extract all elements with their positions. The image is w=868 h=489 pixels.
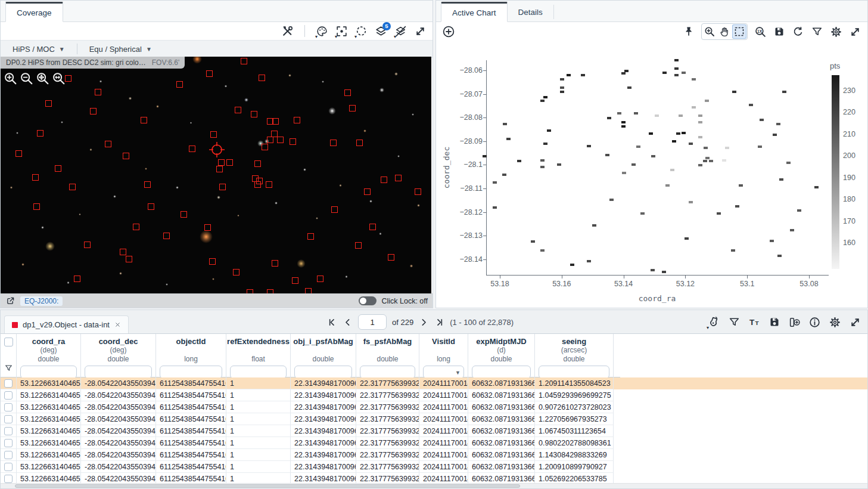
zoom-fill-icon[interactable] xyxy=(51,71,66,86)
recenter-icon[interactable]: ▾ xyxy=(335,25,348,38)
data-point[interactable] xyxy=(617,112,621,114)
save-table-icon[interactable] xyxy=(769,316,780,328)
table-row[interactable]: 53.12266314046538-28.0542204355039476112… xyxy=(1,437,867,449)
table-row[interactable]: 53.12266314046538-28.0542204355039476112… xyxy=(1,377,867,389)
table-row[interactable]: 53.12266314046538-28.0542204355039476112… xyxy=(1,401,867,413)
data-point[interactable] xyxy=(621,72,626,75)
data-point[interactable] xyxy=(692,106,696,109)
expand-chart-icon[interactable] xyxy=(849,26,861,38)
data-point[interactable] xyxy=(731,249,735,252)
data-point[interactable] xyxy=(672,140,676,143)
data-point[interactable] xyxy=(782,91,786,93)
data-point[interactable] xyxy=(705,157,710,159)
row-checkbox[interactable] xyxy=(4,475,13,483)
data-point[interactable] xyxy=(493,181,497,184)
row-checkbox[interactable] xyxy=(4,379,13,388)
row-checkbox[interactable] xyxy=(4,463,13,471)
data-point[interactable] xyxy=(567,74,571,76)
hips-moc-dropdown[interactable]: HiPS / MOC▼ xyxy=(1,41,77,57)
data-point[interactable] xyxy=(592,224,596,227)
frame-dropdown[interactable]: Equ / Spherical▼ xyxy=(77,41,164,57)
column-header[interactable]: VisitIdlong▼ xyxy=(419,334,468,377)
data-point[interactable] xyxy=(540,166,545,168)
column-filter-input[interactable] xyxy=(472,366,531,379)
data-point[interactable] xyxy=(692,78,696,81)
data-point[interactable] xyxy=(560,91,564,93)
data-point[interactable] xyxy=(651,269,655,271)
page-number-input[interactable] xyxy=(358,314,387,330)
data-point[interactable] xyxy=(674,74,679,76)
data-point[interactable] xyxy=(540,100,545,102)
table-tab[interactable]: dp1_v29.Object - data-int xyxy=(4,315,129,333)
data-point[interactable] xyxy=(493,206,497,209)
data-point[interactable] xyxy=(651,155,655,157)
column-header[interactable]: expMidptMJD(d)double xyxy=(468,334,535,377)
tab-active-chart[interactable]: Active Chart xyxy=(441,2,508,22)
column-header[interactable]: seeing(arcsec)double xyxy=(535,334,614,377)
color-palette-icon[interactable]: ▾ xyxy=(316,25,328,38)
data-point[interactable] xyxy=(717,212,721,215)
column-header[interactable]: objectIdlong xyxy=(156,334,226,377)
data-point[interactable] xyxy=(547,129,551,132)
select-all-checkbox[interactable] xyxy=(4,338,13,346)
data-point[interactable] xyxy=(570,264,574,266)
table-row[interactable]: 53.12266314046538-28.0542204355039476112… xyxy=(1,425,867,437)
data-point[interactable] xyxy=(560,86,564,89)
pan-hand-icon[interactable] xyxy=(717,24,732,39)
data-point[interactable] xyxy=(581,74,585,76)
data-point[interactable] xyxy=(786,162,791,164)
row-checkbox[interactable] xyxy=(4,439,13,447)
horizontal-scrollbar[interactable] xyxy=(1,483,867,488)
data-point[interactable] xyxy=(676,132,680,135)
data-point[interactable] xyxy=(609,199,614,201)
column-header[interactable]: coord_ra(deg)double xyxy=(17,334,81,377)
first-page-icon[interactable] xyxy=(327,317,337,327)
column-header[interactable]: coord_dec(deg)double xyxy=(81,334,156,377)
data-point[interactable] xyxy=(790,229,794,231)
select-region-icon[interactable] xyxy=(732,24,746,39)
data-point[interactable] xyxy=(640,212,645,215)
data-point[interactable] xyxy=(682,132,686,134)
data-point[interactable] xyxy=(698,136,702,138)
data-point[interactable] xyxy=(483,155,487,157)
data-point[interactable] xyxy=(797,209,801,212)
scrollbar-thumb[interactable] xyxy=(15,484,520,488)
column-filter-input[interactable] xyxy=(294,366,352,379)
add-column-icon[interactable] xyxy=(788,316,801,329)
data-point[interactable] xyxy=(621,121,626,123)
data-point[interactable] xyxy=(503,123,507,125)
external-link-icon[interactable] xyxy=(5,296,15,306)
data-point[interactable] xyxy=(709,160,713,162)
row-checkbox[interactable] xyxy=(4,403,13,411)
layers-icon[interactable]: 5 xyxy=(375,25,387,38)
close-table-icon[interactable] xyxy=(114,321,121,328)
data-point[interactable] xyxy=(679,114,683,117)
column-header[interactable]: fs_psfAbMagdouble xyxy=(356,334,419,377)
row-checkbox[interactable] xyxy=(4,391,13,400)
chart-zoom-icon[interactable] xyxy=(702,24,717,39)
data-point[interactable] xyxy=(689,143,693,145)
data-point[interactable] xyxy=(776,123,780,125)
lasso-select-icon[interactable]: ▾ xyxy=(355,25,368,38)
save-chart-icon[interactable] xyxy=(773,26,785,38)
data-point[interactable] xyxy=(587,145,591,147)
chevron-down-icon[interactable]: ▼ xyxy=(455,370,461,376)
zoom-original-icon[interactable] xyxy=(754,26,767,38)
sky-image[interactable]: DP0.2 HiPS from DESC DC2 sim: gri colo… … xyxy=(1,57,431,295)
table-row[interactable]: 53.12266314046538-28.0542204355039476112… xyxy=(1,413,867,425)
expand-viewer-icon[interactable] xyxy=(414,25,427,38)
data-point[interactable] xyxy=(674,59,679,61)
data-point[interactable] xyxy=(689,201,693,203)
click-lock-toggle[interactable] xyxy=(359,296,377,305)
data-point[interactable] xyxy=(698,114,702,117)
expand-table-icon[interactable] xyxy=(849,316,861,329)
data-point[interactable] xyxy=(636,146,640,148)
column-filter-input[interactable] xyxy=(230,366,287,379)
table-row[interactable]: 53.12266314046538-28.0542204355039476112… xyxy=(1,389,867,401)
data-point[interactable] xyxy=(705,100,709,102)
column-header[interactable]: obj_i_psfAbMagdouble xyxy=(291,334,356,377)
table-settings-icon[interactable] xyxy=(829,316,841,329)
column-filter-input[interactable] xyxy=(160,366,222,379)
prev-page-icon[interactable] xyxy=(343,317,353,327)
scatter-heatmap-chart[interactable]: coord_dec coord_ra pts 53.1853.1653.1453… xyxy=(436,41,867,308)
